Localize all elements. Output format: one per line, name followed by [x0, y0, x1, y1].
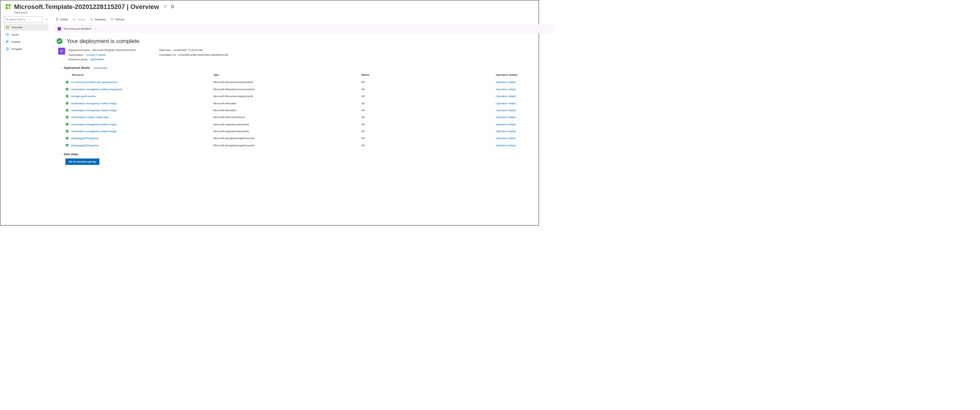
download-link[interactable]: (Download) — [94, 66, 107, 70]
resource-link[interactable]: vaultrotation-storagekey-rotation-fnapp — [71, 108, 116, 112]
trash-icon — [56, 17, 59, 21]
resource-group-link[interactable]: vaultrotation — [90, 58, 105, 61]
subscription-link[interactable]: Contoso Projects — [86, 53, 106, 57]
operation-details-link[interactable]: Operation details — [496, 101, 516, 104]
success-check-icon — [65, 101, 69, 105]
svg-rect-11 — [6, 27, 7, 28]
resource-link[interactable]: vaultrotation-storagekey-rotation-fnapp — [71, 130, 116, 133]
resource-link[interactable]: vaultrotation-rotation-fnapp-plan — [71, 116, 108, 119]
correlation-id-value: 470e246e-a38e-40ed-b9b2-06469b8412f6 — [178, 53, 228, 57]
overview-icon — [6, 25, 9, 29]
resource-link[interactable]: vaultrotation-storagekey-rotation-fnapp — [71, 101, 116, 104]
success-check-icon — [65, 115, 69, 119]
refresh-label: Refresh — [115, 18, 124, 21]
print-icon[interactable] — [170, 5, 174, 9]
table-header: Resource Type Status Operation details — [65, 71, 551, 79]
success-check-icon — [65, 81, 69, 84]
sidebar: « OverviewInputsOutputsTemplate — [0, 16, 50, 168]
operation-details-link[interactable]: Operation details — [496, 108, 516, 112]
sidebar-item-label: Template — [11, 47, 22, 51]
outputs-icon — [6, 40, 9, 43]
success-check-icon — [65, 94, 69, 98]
deployment-details-toggle[interactable]: Deployment details (Download) — [59, 66, 551, 69]
svg-point-17 — [6, 41, 6, 41]
cancel-label: Cancel — [77, 18, 86, 21]
svg-rect-2 — [5, 7, 8, 9]
svg-point-25 — [61, 51, 62, 52]
refresh-button[interactable]: Refresh — [111, 17, 125, 21]
inputs-icon — [6, 33, 9, 36]
operation-details-link[interactable]: Operation details — [496, 144, 516, 147]
success-check-icon — [65, 130, 69, 133]
status-cell: OK — [361, 95, 496, 98]
svg-rect-12 — [8, 27, 9, 28]
table-row: vaultrotation-storagekey-rotation-fnapp/… — [65, 86, 551, 93]
deployment-logo-icon — [4, 3, 12, 11]
subscription-label: Subscription: — [68, 53, 84, 57]
arrow-right-icon: → — [94, 27, 97, 30]
sidebar-item-overview[interactable]: Overview — [4, 24, 48, 31]
pin-icon[interactable] — [163, 5, 167, 9]
redeploy-label: Redeploy — [95, 18, 106, 21]
svg-rect-0 — [5, 4, 8, 6]
page-header: Microsoft.Template-20201228115207 | Over… — [0, 0, 538, 11]
table-row: vaultrotation-storagekey-rotation-fnappM… — [65, 100, 551, 107]
sidebar-item-label: Overview — [11, 26, 22, 29]
start-time-label: Start time: — [159, 49, 171, 52]
next-steps-toggle[interactable]: Next steps — [59, 152, 551, 155]
sidebar-item-outputs[interactable]: Outputs — [4, 38, 48, 46]
resource-link[interactable]: vaultrotation-storagekey-rotation-fnapp/… — [71, 87, 123, 90]
table-row: vaultrotation-storagekey-rotation-fnappm… — [65, 128, 551, 135]
next-steps-label: Next steps — [64, 152, 78, 155]
search-input[interactable] — [9, 18, 41, 21]
type-cell: Microsoft.Web/sites — [213, 101, 361, 104]
search-box[interactable] — [4, 16, 43, 23]
page-subtitle: Deployment — [14, 11, 539, 14]
success-check-icon — [65, 87, 69, 91]
success-check-icon — [65, 108, 69, 112]
chevron-up-icon — [59, 66, 62, 69]
resource-link[interactable]: p6tyugajzjp52fnappstrg — [71, 144, 99, 147]
resource-link[interactable]: p6tyugajzjp52fnappstrg — [71, 137, 99, 140]
delete-button[interactable]: Delete — [56, 17, 68, 21]
feedback-bar[interactable]: ✓ We'd love your feedback! → — [53, 25, 554, 33]
deployment-table: Resource Type Status Operation details k… — [65, 71, 551, 149]
resource-link[interactable]: vaultrotation-storagekey-rotation-fnapp — [71, 123, 116, 126]
col-type: Type — [213, 73, 361, 76]
sidebar-item-label: Inputs — [11, 33, 19, 36]
status-cell: OK — [361, 130, 496, 133]
sidebar-item-inputs[interactable]: Inputs — [4, 31, 48, 38]
toolbar: Delete Cancel Redeploy Refresh — [50, 16, 557, 23]
operation-details-link[interactable]: Operation details — [496, 81, 516, 84]
status-cell: OK — [361, 81, 496, 84]
resource-group-label: Resource group: — [68, 58, 88, 61]
status-cell: OK — [361, 123, 496, 126]
go-to-resource-group-button[interactable]: Go to resource group — [65, 158, 100, 165]
chevron-up-icon — [59, 153, 62, 155]
svg-rect-10 — [8, 26, 9, 27]
deployment-info: Deployment name: Microsoft.Template-2020… — [58, 48, 551, 62]
resource-link[interactable]: storage-grant-access — [71, 95, 96, 98]
operation-details-link[interactable]: Operation details — [496, 95, 516, 98]
refresh-icon — [111, 17, 114, 21]
page-title: Microsoft.Template-20201228115207 | Over… — [14, 3, 159, 10]
redeploy-button[interactable]: Redeploy — [90, 17, 106, 21]
success-check-icon — [65, 144, 69, 147]
operation-details-link[interactable]: Operation details — [496, 87, 516, 90]
sidebar-item-label: Outputs — [11, 40, 21, 43]
type-cell: Microsoft.Resources/deployments — [213, 95, 361, 98]
col-status: Status — [361, 73, 496, 76]
operation-details-link[interactable]: Operation details — [496, 116, 516, 119]
type-cell: microsoft.insights/components — [213, 130, 361, 133]
operation-details-link[interactable]: Operation details — [496, 130, 516, 133]
success-check-icon — [56, 38, 63, 44]
resource-link[interactable]: kv-event-subscription-and-grant-access — [71, 81, 118, 84]
feedback-text: We'd love your feedback! — [64, 27, 91, 30]
operation-details-link[interactable]: Operation details — [496, 137, 516, 140]
deployment-name-label: Deployment name: — [68, 49, 91, 52]
sidebar-item-template[interactable]: Template — [4, 45, 48, 52]
collapse-sidebar-icon[interactable]: « — [45, 17, 48, 22]
svg-line-23 — [73, 19, 75, 20]
operation-details-link[interactable]: Operation details — [496, 123, 516, 126]
status-cell: OK — [361, 87, 496, 90]
